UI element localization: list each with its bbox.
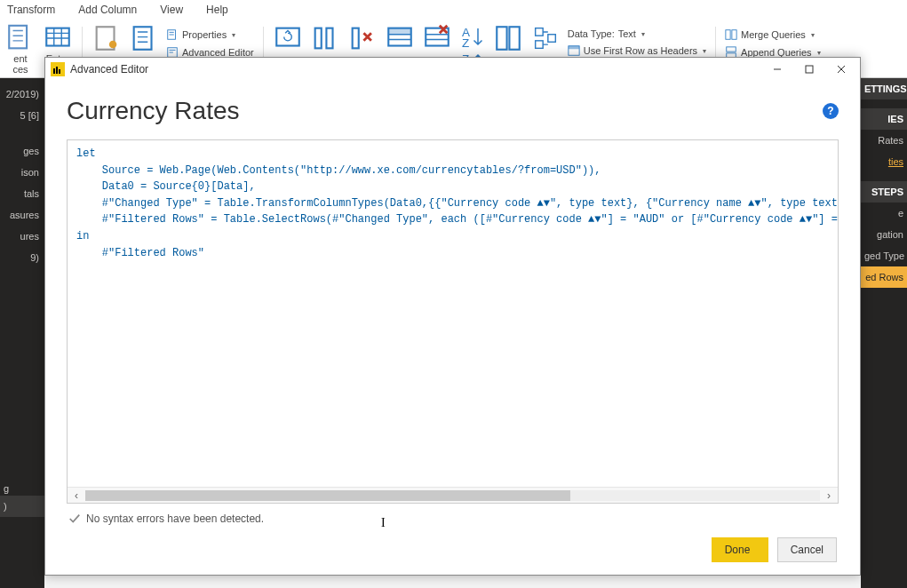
keep-rows-icon — [385, 23, 415, 53]
recent-sources-icon — [5, 23, 36, 53]
svg-rect-24 — [569, 46, 579, 50]
app-icon — [51, 62, 65, 76]
group-by-icon — [530, 23, 561, 53]
table-icon — [43, 23, 73, 53]
left-item[interactable]: asures — [0, 204, 44, 226]
svg-rect-29 — [53, 68, 55, 74]
svg-rect-18 — [497, 27, 506, 50]
close-icon — [837, 65, 846, 74]
ribbon-keep-rows[interactable] — [381, 23, 418, 53]
merge-queries-icon — [725, 28, 737, 41]
settings-header: ETTINGS — [861, 78, 907, 99]
choose-columns-icon — [310, 23, 340, 53]
applied-steps-header: STEPS — [861, 181, 907, 203]
scroll-track[interactable] — [85, 490, 820, 501]
split-column-icon — [493, 23, 523, 53]
maximize-button[interactable] — [796, 60, 823, 79]
all-properties-link[interactable]: ties — [861, 151, 907, 172]
scroll-right-icon[interactable]: › — [820, 489, 838, 502]
ribbon-recent-sources[interactable]: ent ces — [2, 23, 39, 75]
properties-header: IES — [861, 108, 907, 130]
chevron-down-icon: ▾ — [232, 31, 235, 39]
svg-rect-4 — [134, 27, 152, 50]
chevron-down-icon: ▾ — [703, 47, 706, 55]
sort-asc-icon: AZ — [459, 23, 486, 50]
scroll-left-icon[interactable]: ‹ — [68, 489, 85, 502]
page-icon — [91, 23, 122, 53]
menu-view[interactable]: View — [160, 4, 183, 16]
svg-rect-9 — [326, 28, 332, 49]
svg-rect-0 — [9, 26, 27, 49]
remove-rows-icon — [422, 23, 452, 53]
svg-rect-20 — [535, 28, 543, 36]
maximize-icon — [805, 65, 814, 74]
svg-rect-26 — [732, 30, 736, 40]
window-title: Advanced Editor — [70, 63, 148, 75]
properties-icon — [166, 28, 179, 41]
left-item[interactable]: tals — [0, 183, 44, 204]
remove-columns-icon — [347, 23, 378, 53]
query-name: Rates — [861, 130, 907, 151]
check-icon — [68, 513, 81, 525]
ribbon-choose-cols[interactable] — [306, 23, 344, 53]
horizontal-scrollbar[interactable]: ‹ › — [68, 487, 838, 503]
query-settings-panel: ETTINGS IES Rates ties STEPS e gation ge… — [861, 78, 907, 588]
left-date: 2/2019) — [0, 83, 44, 105]
code-editor[interactable]: let Source = Web.Page(Web.Contents("http… — [68, 140, 838, 487]
applied-step[interactable]: ged Type — [861, 245, 907, 266]
svg-rect-1 — [46, 28, 69, 46]
left-item[interactable]: ges — [0, 140, 44, 162]
svg-rect-11 — [388, 28, 411, 35]
menu-transform[interactable]: Transform — [7, 4, 55, 16]
applied-step-selected[interactable]: ed Rows — [861, 266, 907, 288]
code-editor-container: let Source = Web.Page(Web.Contents("http… — [67, 139, 839, 504]
cancel-button[interactable]: Cancel — [777, 537, 837, 562]
svg-rect-27 — [727, 47, 736, 52]
text-caret-icon: I — [381, 516, 382, 528]
left-item[interactable]: 9) — [0, 247, 44, 268]
page-list-icon — [129, 23, 159, 53]
titlebar: Advanced Editor — [45, 58, 860, 81]
svg-rect-31 — [59, 69, 60, 74]
queries-panel: 2/2019) 5 [6] ges ison tals asures ures … — [0, 78, 44, 588]
menu-bar: Transform Add Column View Help — [0, 0, 907, 20]
ribbon-properties[interactable]: Properties ▾ — [163, 27, 258, 43]
ribbon-remove-rows[interactable] — [418, 23, 456, 53]
ribbon-refresh[interactable] — [269, 23, 306, 53]
ribbon-merge-queries[interactable]: Merge Queries ▾ — [721, 27, 824, 43]
scroll-thumb[interactable] — [85, 490, 570, 501]
menu-add-column[interactable]: Add Column — [78, 4, 137, 16]
menu-help[interactable]: Help — [206, 4, 228, 16]
left-count: 5 [6] — [0, 105, 44, 126]
svg-point-3 — [109, 41, 116, 49]
left-item[interactable]: ures — [0, 226, 44, 247]
ribbon-remove-cols[interactable] — [344, 23, 381, 53]
help-icon[interactable]: ? — [823, 103, 839, 119]
svg-rect-32 — [806, 66, 813, 73]
first-row-headers-icon — [568, 44, 580, 57]
svg-rect-30 — [56, 67, 58, 74]
done-button[interactable]: Done — [712, 537, 768, 562]
chevron-down-icon: ▾ — [811, 31, 815, 39]
left-item[interactable]: ison — [0, 162, 44, 183]
refresh-icon — [273, 23, 303, 53]
chevron-down-icon: ▾ — [817, 49, 821, 57]
minimize-icon — [773, 65, 782, 74]
ribbon-data-type[interactable]: Data Type: Text ▾ — [564, 27, 710, 41]
svg-rect-10 — [352, 28, 358, 49]
applied-step[interactable]: gation — [861, 224, 907, 245]
svg-rect-21 — [535, 41, 543, 49]
chevron-down-icon: ▾ — [641, 30, 645, 38]
svg-rect-19 — [509, 27, 519, 50]
syntax-status: No syntax errors have been detected. — [67, 504, 839, 525]
svg-rect-8 — [314, 28, 321, 49]
ribbon-split[interactable] — [489, 23, 527, 53]
close-button[interactable] — [828, 60, 855, 79]
svg-text:Z: Z — [462, 36, 469, 50]
svg-rect-22 — [548, 35, 556, 43]
svg-rect-25 — [726, 30, 730, 40]
ribbon-group-by[interactable] — [527, 23, 564, 53]
applied-step[interactable]: e — [861, 203, 907, 224]
minimize-button[interactable] — [764, 60, 791, 79]
dialog-title: Currency Rates — [67, 97, 240, 125]
